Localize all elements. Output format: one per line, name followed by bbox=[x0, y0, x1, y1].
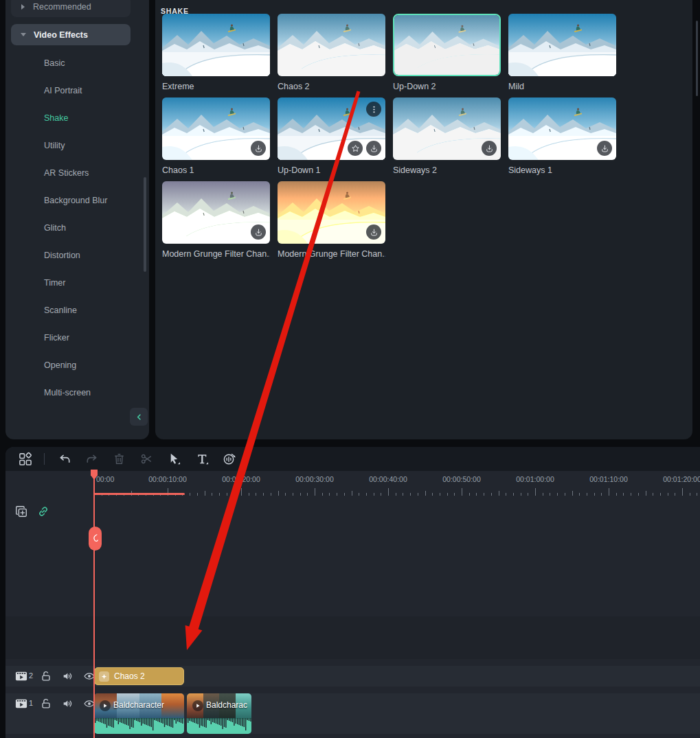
effect-card-chaos-1-4[interactable]: Chaos 1 bbox=[162, 97, 270, 175]
sidebar-item-flicker[interactable]: Flicker bbox=[5, 324, 149, 351]
effect-card-modern-grunge-filter-chan-9[interactable]: Modern Grunge Filter Chan... bbox=[278, 181, 385, 259]
add-track-button[interactable] bbox=[14, 504, 29, 519]
track-mute-button[interactable] bbox=[60, 696, 75, 711]
sidebar-item-multi-screen[interactable]: Multi-screen bbox=[5, 379, 149, 406]
text-button[interactable] bbox=[194, 450, 210, 467]
effects-sidebar: Recommended Video Effects BasicAI Portra… bbox=[5, 0, 149, 439]
effect-thumbnail bbox=[278, 181, 385, 244]
effect-card-up-down-2-2[interactable]: Up-Down 2 bbox=[393, 14, 501, 91]
voiceover-button[interactable] bbox=[221, 450, 237, 467]
sidebar-group-label: Video Effects bbox=[34, 30, 88, 40]
sidebar-item-label: Background Blur bbox=[44, 196, 107, 205]
effect-card-up-down-1-5[interactable]: Up-Down 1 bbox=[278, 97, 385, 175]
ruler-timestamp: 00:00:30:00 bbox=[295, 475, 333, 483]
text-icon bbox=[195, 452, 210, 466]
ruler-tick bbox=[668, 493, 668, 496]
collapse-sidebar-button[interactable] bbox=[130, 408, 148, 426]
sidebar-item-label: Distortion bbox=[44, 251, 80, 260]
sidebar-scrollbar[interactable] bbox=[144, 177, 146, 272]
timeline-ruler[interactable]: 00:0000:00:10:0000:00:20:0000:00:30:0000… bbox=[94, 471, 700, 498]
favorite-icon[interactable] bbox=[348, 141, 363, 156]
track-mute-button[interactable] bbox=[60, 669, 75, 684]
ruler-tick bbox=[227, 493, 227, 496]
sidebar-item-basic[interactable]: Basic bbox=[5, 49, 149, 77]
effect-thumbnail bbox=[278, 97, 385, 160]
effect-name: Modern Grunge Filter Chan... bbox=[278, 249, 385, 259]
download-icon[interactable] bbox=[366, 224, 381, 240]
undo-button[interactable] bbox=[56, 450, 73, 467]
sidebar-item-background-blur[interactable]: Background Blur bbox=[5, 187, 149, 214]
effect-card-sideways-2-6[interactable]: Sideways 2 bbox=[393, 97, 501, 175]
ruler-tick bbox=[535, 488, 536, 496]
ruler-tick bbox=[513, 493, 514, 496]
ruler-timestamp: 00:01:10:00 bbox=[589, 475, 627, 483]
ruler-tick bbox=[565, 493, 565, 496]
ruler-tick bbox=[557, 493, 558, 496]
ruler-tick bbox=[484, 493, 484, 496]
render-progress-bar bbox=[94, 493, 185, 495]
filmstrip-frame bbox=[161, 693, 184, 718]
effect-clip-chaos-2[interactable]: Chaos 2 bbox=[94, 667, 184, 685]
track-lock-button[interactable] bbox=[38, 669, 54, 684]
sidebar-item-ai-portrait[interactable]: AI Portrait bbox=[5, 77, 149, 104]
download-icon[interactable] bbox=[482, 141, 497, 156]
ruler-tick bbox=[447, 493, 448, 496]
ruler-timestamp: 00:00:10:00 bbox=[148, 475, 186, 483]
redo-button[interactable] bbox=[83, 450, 100, 467]
video-track-icon bbox=[14, 669, 29, 684]
effect-card-modern-grunge-filter-chan-8[interactable]: Modern Grunge Filter Chan... bbox=[162, 181, 270, 259]
more-options-icon[interactable] bbox=[366, 102, 381, 117]
ruler-tick bbox=[205, 491, 205, 496]
ruler-tick bbox=[352, 491, 352, 496]
cursor-button[interactable] bbox=[166, 450, 182, 467]
sidebar-item-label: AI Portrait bbox=[44, 86, 82, 95]
ruler-tick bbox=[359, 493, 359, 496]
sidebar-group-video-effects[interactable]: Video Effects bbox=[11, 24, 131, 45]
sidebar-item-label: Utility bbox=[44, 141, 65, 150]
download-icon[interactable] bbox=[597, 141, 612, 156]
scissors-button[interactable] bbox=[138, 450, 155, 467]
sidebar-item-opening[interactable]: Opening bbox=[5, 351, 149, 379]
sidebar-item-scanline[interactable]: Scanline bbox=[5, 297, 149, 324]
track-lock-button[interactable] bbox=[38, 696, 54, 711]
sidebar-item-ar-stickers[interactable]: AR Stickers bbox=[5, 159, 149, 187]
ruler-tick bbox=[587, 493, 587, 496]
ruler-tick bbox=[241, 488, 242, 496]
ruler-tick bbox=[697, 493, 697, 496]
effect-name: Chaos 1 bbox=[162, 165, 270, 175]
ruler-tick bbox=[307, 493, 308, 496]
effect-card-sideways-1-7[interactable]: Sideways 1 bbox=[508, 97, 616, 175]
undo-icon bbox=[58, 452, 72, 466]
ruler-tick bbox=[462, 488, 462, 496]
trash-button[interactable] bbox=[111, 450, 127, 467]
track-header-2: 2 bbox=[5, 666, 94, 687]
scissors-icon bbox=[139, 452, 154, 466]
sidebar-item-shake[interactable]: Shake bbox=[5, 104, 149, 132]
video-clip-1[interactable]: Baldcharacter bbox=[94, 693, 184, 734]
ruler-tick bbox=[646, 491, 646, 496]
sidebar-item-label: Scanline bbox=[44, 305, 77, 315]
effect-card-extreme-0[interactable]: Extreme bbox=[162, 14, 270, 91]
play-icon bbox=[100, 700, 111, 711]
effect-card-chaos-2-1[interactable]: Chaos 2 bbox=[278, 14, 385, 91]
layout-button[interactable] bbox=[16, 450, 33, 467]
ruler-tick bbox=[609, 488, 609, 496]
effects-panel-scrollbar[interactable] bbox=[696, 21, 698, 96]
ruler-tick bbox=[660, 493, 661, 496]
ruler-tick bbox=[396, 493, 396, 496]
effect-card-mild-3[interactable]: Mild bbox=[508, 14, 616, 91]
ruler-tick bbox=[190, 493, 190, 496]
link-button[interactable] bbox=[36, 504, 51, 519]
sidebar-item-glitch[interactable]: Glitch bbox=[5, 214, 149, 242]
ruler-tick bbox=[366, 493, 367, 496]
sidebar-item-timer[interactable]: Timer bbox=[5, 269, 149, 297]
sidebar-item-distortion[interactable]: Distortion bbox=[5, 242, 149, 269]
download-icon[interactable] bbox=[251, 141, 266, 156]
download-icon[interactable] bbox=[251, 224, 266, 240]
playhead-handle[interactable] bbox=[89, 527, 102, 551]
ruler-tick bbox=[315, 488, 315, 496]
video-clip-2[interactable]: Baldcharac... bbox=[187, 693, 251, 734]
sidebar-group-recommended[interactable]: Recommended bbox=[11, 0, 131, 17]
sidebar-item-utility[interactable]: Utility bbox=[5, 132, 149, 159]
download-icon[interactable] bbox=[366, 141, 381, 156]
